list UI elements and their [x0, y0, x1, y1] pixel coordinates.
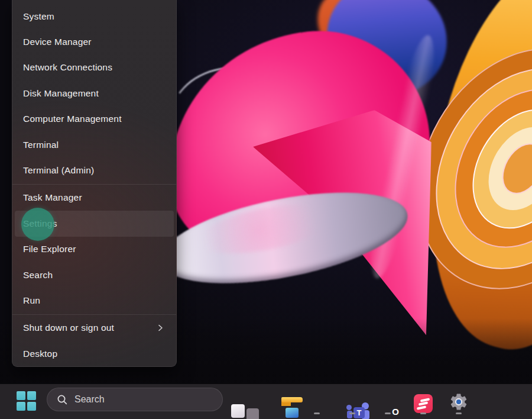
menu-item-task-manager[interactable]: Task Manager — [15, 185, 174, 211]
menu-item-label: Terminal (Admin) — [23, 165, 94, 176]
menu-item-search[interactable]: Search — [15, 262, 174, 288]
menu-item-disk-management[interactable]: Disk Management — [15, 80, 174, 106]
menu-item-run[interactable]: Run — [15, 288, 174, 313]
taskbar-search[interactable]: Search — [47, 388, 223, 411]
menu-item-label: Desktop — [23, 349, 57, 359]
menu-item-label: Search — [23, 270, 53, 281]
running-indicator — [456, 412, 462, 414]
file-explorer-button[interactable] — [271, 389, 292, 415]
menu-separator — [12, 314, 176, 315]
running-indicator — [349, 412, 355, 414]
settings-app-button[interactable] — [448, 389, 469, 415]
menu-item-label: File Explorer — [23, 244, 76, 254]
menu-item-label: Terminal — [23, 140, 59, 150]
menu-separator — [12, 184, 176, 185]
menu-item-label: Run — [23, 295, 40, 306]
menu-item-label: System — [23, 11, 54, 22]
menu-item-network-connections[interactable]: Network Connections — [15, 55, 174, 80]
menu-item-shutdown-signout[interactable]: Shut down or sign out — [15, 315, 174, 341]
chrome-button[interactable] — [306, 389, 327, 415]
search-placeholder: Search — [74, 394, 105, 405]
menu-item-computer-management[interactable]: Computer Management — [15, 107, 174, 132]
outlook-button[interactable]: O — [377, 389, 398, 415]
teams-button[interactable]: T — [342, 389, 363, 415]
menu-item-desktop[interactable]: Desktop — [15, 341, 174, 366]
menu-item-label: Settings — [23, 218, 57, 229]
running-indicator — [385, 412, 391, 414]
red-striped-app-button[interactable] — [413, 389, 434, 415]
windows-logo-icon — [27, 402, 36, 411]
menu-item-label: Network Connections — [23, 62, 112, 73]
windows-logo-icon — [17, 402, 25, 411]
red-striped-app-icon — [414, 394, 433, 413]
menu-item-label: Disk Management — [23, 88, 99, 99]
running-indicator — [420, 412, 426, 414]
menu-item-label: Shut down or sign out — [23, 323, 114, 333]
taskbar: Search T — [0, 383, 532, 419]
menu-item-system[interactable]: System — [15, 4, 174, 29]
menu-item-terminal-admin[interactable]: Terminal (Admin) — [15, 157, 174, 183]
windows-logo-icon — [17, 391, 25, 400]
chevron-right-icon — [156, 323, 164, 333]
taskbar-apps: T O — [235, 389, 469, 415]
menu-item-settings[interactable]: Settings — [15, 211, 174, 236]
windows-logo-icon — [27, 391, 36, 400]
search-icon — [57, 394, 68, 405]
menu-item-device-manager[interactable]: Device Manager — [15, 29, 174, 54]
menu-item-label: Task Manager — [23, 192, 82, 203]
start-button[interactable] — [17, 391, 37, 411]
winx-menu: System Device Manager Network Connection… — [12, 0, 177, 367]
menu-item-terminal[interactable]: Terminal — [15, 132, 174, 157]
menu-item-label: Computer Management — [23, 114, 122, 124]
menu-item-file-explorer[interactable]: File Explorer — [15, 237, 174, 262]
menu-item-label: Device Manager — [23, 37, 92, 47]
running-indicator — [314, 412, 320, 414]
desktop-screen: System Device Manager Network Connection… — [0, 0, 532, 419]
task-view-button[interactable] — [235, 389, 257, 415]
